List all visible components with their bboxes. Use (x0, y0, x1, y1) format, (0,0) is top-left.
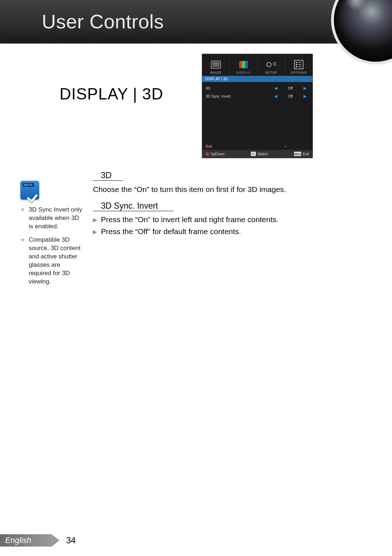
osd-tab-label: IMAGE (210, 71, 222, 74)
osd-row-value: Off (279, 86, 301, 90)
subsection-heading-3d-sync-invert: 3D Sync. Invert (93, 201, 173, 211)
triangle-bullet-icon: ▶ (93, 214, 97, 225)
triangle-bullet-icon: ▶ (93, 226, 97, 237)
footer-language-label: English (0, 534, 52, 547)
osd-row-label: 3D (206, 86, 272, 90)
note-item: ❖ Compatible 3D source, 3D content and a… (20, 236, 83, 286)
page-number: 34 (66, 535, 76, 545)
osd-tab-label: OPTIONS (291, 71, 307, 74)
arrow-right-icon[interactable]: ▶ (301, 94, 309, 99)
osd-row-label: 3D Sync. Invert (206, 94, 272, 98)
options-icon (293, 60, 304, 69)
body-paragraph: Choose the “On” to turn this item on fir… (93, 184, 318, 195)
arrow-left-icon[interactable]: ◀ (272, 86, 279, 91)
page-footer: English 34 (0, 534, 76, 547)
osd-foot-label: Select (257, 152, 268, 156)
header-band: User Controls (0, 0, 392, 44)
chapter-title: User Controls (42, 10, 164, 33)
osd-tab-image[interactable]: IMAGE (202, 54, 230, 76)
diamond-bullet-icon: ❖ (20, 206, 25, 231)
osd-row-value: Off (279, 94, 301, 98)
image-icon (211, 60, 221, 69)
red-dot-icon (206, 152, 209, 156)
footer-language-tab: English (0, 534, 52, 547)
osd-foot-select: ↵Select (251, 152, 268, 156)
osd-tab-display[interactable]: DISPLAY (230, 54, 257, 76)
osd-breadcrumb: DISPLAY | 3D (202, 76, 313, 82)
display-icon (238, 60, 249, 69)
osd-foot-exit: MenuExit (294, 152, 309, 156)
enter-icon: ↵ (284, 144, 287, 148)
bullet-text: Press the “Off” for default frame conten… (101, 226, 241, 237)
osd-tab-options[interactable]: OPTIONS (285, 54, 313, 76)
osd-foot-label: Exit (303, 152, 309, 156)
subsection-heading-3d: 3D (93, 171, 123, 181)
osd-exit-label: Exit (206, 144, 212, 148)
osd-body: 3D ◀ Off ▶ 3D Sync. Invert ◀ Off ▶ (202, 82, 313, 143)
setup-icon (266, 60, 277, 69)
osd-row-3d[interactable]: 3D ◀ Off ▶ (202, 84, 313, 92)
arrow-right-icon[interactable]: ▶ (301, 86, 309, 91)
osd-tabs: IMAGE DISPLAY SETUP OPTIONS (202, 54, 313, 76)
osd-menu: IMAGE DISPLAY SETUP OPTIONS DISPLAY | 3D… (202, 54, 313, 158)
osd-exit-row[interactable]: Exit ↵ (202, 143, 313, 150)
note-text: 3D Sync Invert only available when 3D is… (29, 206, 83, 231)
osd-tab-setup[interactable]: SETUP (258, 54, 285, 76)
body-column: 3D Choose the “On” to turn this item on … (93, 171, 318, 238)
bullet-item: ▶ Press the “Off” for default frame cont… (93, 226, 318, 237)
side-notes: ❖ 3D Sync Invert only available when 3D … (20, 206, 83, 291)
note-item: ❖ 3D Sync Invert only available when 3D … (20, 206, 83, 231)
osd-foot-updown: UpDown (206, 152, 224, 156)
checkmark-icon (27, 187, 41, 201)
lens-graphic (334, 0, 392, 62)
bullet-text: Press the “On” to invert left and right … (101, 214, 278, 225)
note-text: Compatible 3D source, 3D content and act… (29, 236, 83, 286)
osd-foot-label: UpDown (211, 152, 224, 156)
osd-tab-label: SETUP (265, 71, 277, 74)
arrow-left-icon[interactable]: ◀ (272, 94, 279, 99)
note-badge: NOTE (20, 181, 39, 200)
osd-row-3d-sync-invert[interactable]: 3D Sync. Invert ◀ Off ▶ (202, 92, 313, 100)
diamond-bullet-icon: ❖ (20, 236, 25, 286)
osd-tab-label: DISPLAY (236, 71, 251, 74)
bullet-item: ▶ Press the “On” to invert left and righ… (93, 214, 318, 225)
menu-key-icon: Menu (294, 152, 301, 156)
osd-footer: UpDown ↵Select MenuExit (202, 150, 313, 158)
manual-page: User Controls DISPLAY | 3D IMAGE DISPLAY… (0, 0, 392, 556)
enter-key-icon: ↵ (251, 152, 256, 156)
section-title: DISPLAY | 3D (60, 85, 163, 103)
